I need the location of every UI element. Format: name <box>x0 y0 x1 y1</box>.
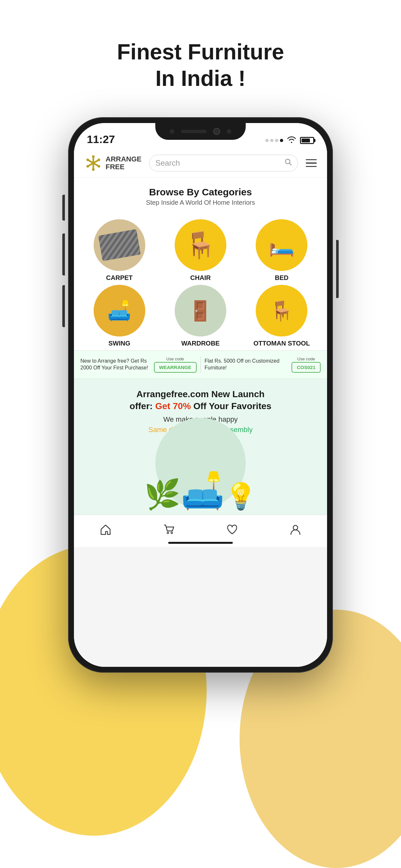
promo-banner: New to Arrange free? Get Rs 2000 Off You… <box>74 350 327 379</box>
category-circle-chair: 🪑 <box>175 219 226 271</box>
battery-icon <box>300 137 314 144</box>
launch-offer-title: Arrangefree.com New Launch offer: Get 70… <box>84 389 317 412</box>
promo-divider <box>201 356 201 373</box>
category-item-ottoman[interactable]: 🪑 Ottoman Stool <box>243 285 320 347</box>
promo-text-2: Flat Rs. 5000 Off on Customized Furnitur… <box>205 358 289 371</box>
volume-down-button <box>62 285 65 327</box>
cart-icon <box>163 523 175 538</box>
volume-silent-button <box>62 195 65 221</box>
browse-title: Browse By Categories <box>81 187 320 197</box>
sofa-scene: 🌿 🛋️ 💡 <box>84 470 317 512</box>
title-line2: In India ! <box>155 66 246 90</box>
signal-dot-4 <box>280 139 283 142</box>
heart-icon <box>226 523 238 538</box>
logo-text: ARRANGE FREE <box>105 155 142 171</box>
nav-item-wishlist[interactable] <box>220 520 245 542</box>
notch-dot2 <box>227 129 231 134</box>
category-label-wardrobe: Wardrobe <box>181 340 220 347</box>
category-circle-swing: 🛋️ <box>94 285 145 337</box>
promo-code-label-2: Use code <box>297 356 315 361</box>
chair-image: 🪑 <box>184 230 217 260</box>
launch-title-highlight: Get 70% <box>155 401 191 411</box>
phone-frame: 11:27 <box>68 117 333 673</box>
phone-notch <box>155 123 246 140</box>
app-header: ARRANGE FREE Search <box>74 149 327 178</box>
logo-area: ARRANGE FREE <box>84 154 142 172</box>
battery-fill <box>302 138 310 143</box>
search-icon <box>285 159 292 167</box>
category-circle-bed: 🛏️ <box>256 219 307 271</box>
svg-point-13 <box>171 532 173 533</box>
promo-code-label-1: Use code <box>166 356 184 361</box>
status-icons <box>266 135 314 146</box>
category-item-swing[interactable]: 🛋️ Swing <box>81 285 158 347</box>
signal-dot-1 <box>266 139 269 142</box>
phone-mockup: 11:27 <box>68 117 333 673</box>
launch-title-part3: Off Your Favorites <box>191 401 271 411</box>
sofa-emoji: 🛋️ <box>181 470 225 512</box>
power-button <box>336 240 339 298</box>
profile-icon <box>289 523 302 538</box>
nav-item-home[interactable] <box>93 520 118 542</box>
category-label-ottoman: Ottoman Stool <box>253 340 310 347</box>
signal-dot-3 <box>275 139 278 142</box>
svg-point-8 <box>87 165 89 167</box>
phone-screen: 11:27 <box>74 123 327 667</box>
notch-speaker <box>181 130 207 133</box>
notch-dot <box>170 129 174 134</box>
home-indicator <box>168 542 233 544</box>
notch-camera <box>213 128 220 135</box>
category-item-chair[interactable]: 🪑 CHAIR <box>161 219 239 282</box>
nav-item-cart[interactable] <box>156 520 181 542</box>
ottoman-image: 🪑 <box>270 299 294 322</box>
category-label-swing: Swing <box>109 340 130 347</box>
category-label-bed: BED <box>275 274 288 282</box>
home-icon <box>99 523 112 538</box>
lamp-emoji: 💡 <box>225 481 257 512</box>
logo-icon <box>84 154 102 172</box>
category-grid: CARPET 🪑 CHAIR 🛏️ BED <box>74 213 327 350</box>
signal-dots <box>266 139 283 142</box>
logo-free: FREE <box>105 163 142 171</box>
bed-image: 🛏️ <box>269 233 295 257</box>
svg-point-14 <box>293 525 298 530</box>
svg-point-9 <box>97 165 100 167</box>
search-box[interactable]: Search <box>149 155 298 172</box>
launch-title-part1: Arrangefree.com New Launch <box>136 389 265 399</box>
category-label-carpet: CARPET <box>106 274 133 282</box>
signal-dot-2 <box>270 139 274 142</box>
nav-item-profile[interactable] <box>283 520 308 542</box>
search-text: Search <box>155 159 281 167</box>
category-item-carpet[interactable]: CARPET <box>81 219 158 282</box>
swing-image: 🛋️ <box>107 299 131 322</box>
sofa-image-area: 🌿 🛋️ 💡 <box>84 440 317 512</box>
status-time: 11:27 <box>87 133 115 146</box>
svg-point-5 <box>92 168 95 171</box>
promo-item-2: Flat Rs. 5000 Off on Customized Furnitur… <box>205 356 321 373</box>
plant-emoji: 🌿 <box>144 477 181 512</box>
promo-text-1: New to Arrange free? Get Rs 2000 Off You… <box>81 358 151 371</box>
promo-item-1: New to Arrange free? Get Rs 2000 Off You… <box>81 356 197 373</box>
page-title: Finest Furniture In India ! <box>117 39 284 91</box>
category-circle-carpet <box>94 219 145 271</box>
menu-icon[interactable] <box>306 159 317 167</box>
promo-code-1: WEARRANGE <box>154 362 197 373</box>
menu-line-2 <box>306 162 317 164</box>
category-item-bed[interactable]: 🛏️ BED <box>243 219 320 282</box>
svg-point-6 <box>87 159 89 161</box>
svg-point-7 <box>97 159 100 161</box>
launch-title-part2: offer: <box>129 401 155 411</box>
promo-code-2: COS021 <box>291 362 320 373</box>
svg-point-12 <box>167 532 169 533</box>
volume-up-button <box>62 234 65 275</box>
category-circle-wardrobe: 🚪 <box>175 285 226 337</box>
category-circle-ottoman: 🪑 <box>256 285 307 337</box>
category-item-wardrobe[interactable]: 🚪 Wardrobe <box>161 285 239 347</box>
browse-subtitle: Step Inside A World Of Home Interiors <box>81 199 320 206</box>
logo-arrange: ARRANGE <box>105 155 142 163</box>
browse-section: Browse By Categories Step Inside A World… <box>74 178 327 213</box>
wifi-icon <box>287 135 296 146</box>
carpet-image <box>98 229 141 261</box>
menu-line-3 <box>306 166 317 167</box>
app-content: Browse By Categories Step Inside A World… <box>74 178 327 667</box>
